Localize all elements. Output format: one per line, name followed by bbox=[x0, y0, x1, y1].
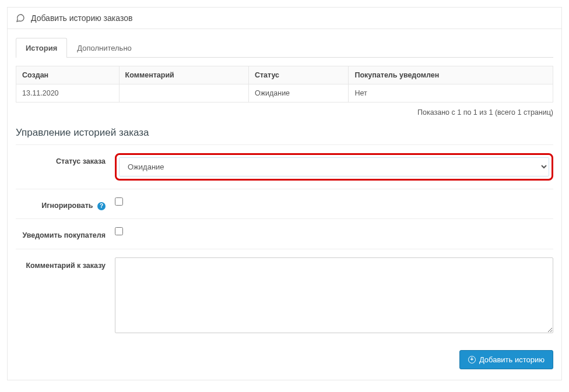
panel-header: Добавить историю заказов bbox=[8, 8, 561, 29]
pagination-text: Показано с 1 по 1 из 1 (всего 1 страниц) bbox=[16, 108, 553, 116]
col-comment: Комментарий bbox=[119, 66, 248, 84]
section-title: Управление историей заказа bbox=[16, 127, 553, 139]
order-history-panel: Добавить историю заказов История Дополни… bbox=[7, 7, 562, 380]
add-history-button[interactable]: + Добавить историю bbox=[459, 350, 553, 369]
tabs: История Дополнительно bbox=[16, 37, 553, 58]
row-comment: Комментарий к заказу bbox=[16, 249, 553, 343]
tab-history[interactable]: История bbox=[16, 38, 67, 58]
comment-icon bbox=[16, 13, 25, 23]
col-status: Статус bbox=[248, 66, 349, 84]
submit-row: + Добавить историю bbox=[16, 350, 553, 369]
help-icon[interactable]: ? bbox=[97, 202, 106, 210]
cell-status: Ожидание bbox=[248, 84, 349, 103]
table-header-row: Создан Комментарий Статус Покупатель уве… bbox=[16, 66, 553, 84]
status-highlight: Ожидание bbox=[115, 153, 553, 181]
row-status: Статус заказа Ожидание bbox=[16, 144, 553, 189]
order-status-select[interactable]: Ожидание bbox=[119, 157, 549, 176]
notify-checkbox[interactable] bbox=[115, 227, 123, 235]
col-created: Создан bbox=[16, 66, 120, 84]
cell-created: 13.11.2020 bbox=[16, 84, 120, 103]
ignore-checkbox[interactable] bbox=[115, 197, 123, 206]
notify-label: Уведомить покупателя bbox=[16, 227, 115, 240]
history-table: Создан Комментарий Статус Покупатель уве… bbox=[16, 66, 553, 103]
panel-title: Добавить историю заказов bbox=[31, 13, 132, 23]
panel-body: История Дополнительно Создан Комментарий… bbox=[8, 29, 561, 380]
row-ignore: Игнорировать ? bbox=[16, 189, 553, 218]
add-history-label: Добавить историю bbox=[479, 355, 545, 364]
col-notified: Покупатель уведомлен bbox=[349, 66, 553, 84]
tab-additional[interactable]: Дополнительно bbox=[67, 38, 142, 58]
row-notify: Уведомить покупателя bbox=[16, 218, 553, 248]
cell-notified: Нет bbox=[349, 84, 553, 103]
ignore-label: Игнорировать bbox=[41, 202, 93, 210]
status-label: Статус заказа bbox=[16, 153, 115, 166]
plus-circle-icon: + bbox=[468, 356, 476, 363]
cell-comment bbox=[119, 84, 248, 103]
order-comment-textarea[interactable] bbox=[115, 257, 553, 333]
comment-label: Комментарий к заказу bbox=[16, 257, 115, 270]
table-row: 13.11.2020 Ожидание Нет bbox=[16, 84, 553, 103]
ignore-label-wrap: Игнорировать ? bbox=[16, 197, 115, 210]
